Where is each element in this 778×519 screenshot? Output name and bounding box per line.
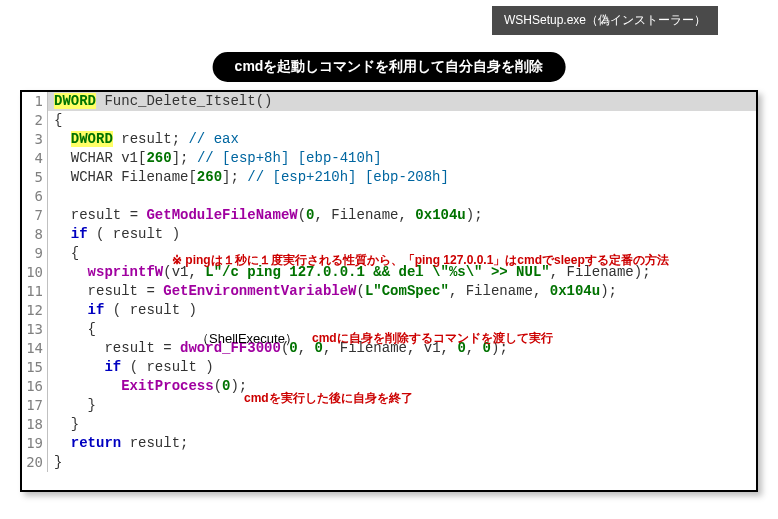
code-text: if ( result ) — [48, 225, 756, 244]
code-text: if ( result ) — [48, 358, 756, 377]
code-line: 1 DWORD Func_Delete_Itselt() — [22, 92, 756, 111]
code-line: 7 result = GetModuleFileNameW(0, Filenam… — [22, 206, 756, 225]
line-number: 1 — [22, 92, 48, 111]
line-number: 13 — [22, 320, 48, 339]
code-line: 11 result = GetEnvironmentVariableW(L"Co… — [22, 282, 756, 301]
code-text: WCHAR Filename[260]; // [esp+210h] [ebp-… — [48, 168, 756, 187]
line-number: 4 — [22, 149, 48, 168]
line-number: 6 — [22, 187, 48, 206]
code-line: 19 return result; — [22, 434, 756, 453]
code-text: } — [48, 415, 756, 434]
code-text: return result; — [48, 434, 756, 453]
line-number: 19 — [22, 434, 48, 453]
code-text: result = GetModuleFileNameW(0, Filename,… — [48, 206, 756, 225]
code-line: 2 { — [22, 111, 756, 130]
code-line: 4 WCHAR v1[260]; // [esp+8h] [ebp-410h] — [22, 149, 756, 168]
code-panel: 1 DWORD Func_Delete_Itselt() 2 { 3 DWORD… — [20, 90, 758, 492]
line-number: 15 — [22, 358, 48, 377]
line-number: 12 — [22, 301, 48, 320]
line-number: 18 — [22, 415, 48, 434]
line-number: 17 — [22, 396, 48, 415]
code-line: 3 DWORD result; // eax — [22, 130, 756, 149]
code-text: WCHAR v1[260]; // [esp+8h] [ebp-410h] — [48, 149, 756, 168]
code-text: { — [48, 111, 756, 130]
annotation-cmd-pass: cmdに自身を削除するコマンドを渡して実行 — [312, 330, 553, 347]
code-line: 5 WCHAR Filename[260]; // [esp+210h] [eb… — [22, 168, 756, 187]
code-line: 20 } — [22, 453, 756, 472]
code-text: if ( result ) — [48, 301, 756, 320]
code-text: result = GetEnvironmentVariableW(L"ComSp… — [48, 282, 756, 301]
code-text: } — [48, 453, 756, 472]
line-number: 7 — [22, 206, 48, 225]
caption-pill: cmdを起動しコマンドを利用して自分自身を削除 — [213, 52, 566, 82]
line-number: 14 — [22, 339, 48, 358]
code-line: 15 if ( result ) — [22, 358, 756, 377]
annotation-shellexecute: （ShellExecute） — [196, 330, 298, 348]
line-number: 5 — [22, 168, 48, 187]
line-number: 20 — [22, 453, 48, 472]
code-line: 8 if ( result ) — [22, 225, 756, 244]
line-number: 11 — [22, 282, 48, 301]
annotation-ping: ※ pingは１秒に１度実行される性質から、「ping 127.0.0.1」はc… — [172, 252, 752, 269]
line-number: 2 — [22, 111, 48, 130]
annotation-exit: cmdを実行した後に自身を終了 — [244, 390, 413, 407]
code-text — [48, 187, 756, 206]
line-number: 3 — [22, 130, 48, 149]
line-number: 10 — [22, 263, 48, 282]
line-number: 9 — [22, 244, 48, 263]
code-line: 6 — [22, 187, 756, 206]
code-line: 12 if ( result ) — [22, 301, 756, 320]
code-line: 18 } — [22, 415, 756, 434]
line-number: 16 — [22, 377, 48, 396]
window-tag: WSHSetup.exe（偽インストーラー） — [492, 6, 718, 35]
line-number: 8 — [22, 225, 48, 244]
code-text: DWORD result; // eax — [48, 130, 756, 149]
code-text: DWORD Func_Delete_Itselt() — [48, 92, 756, 111]
